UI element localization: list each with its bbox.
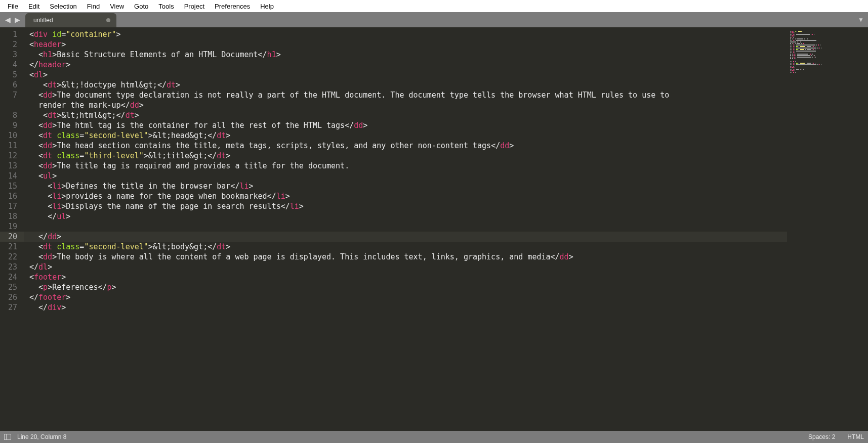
statusbar: Line 20, Column 8 Spaces: 2 HTML: [0, 431, 868, 443]
code-line[interactable]: render the mark-up</dd>: [24, 100, 787, 110]
code-line[interactable]: <dd>The head section contains the title,…: [24, 141, 787, 151]
code-line[interactable]: <footer>: [24, 272, 787, 282]
menu-preferences[interactable]: Preferences: [210, 1, 255, 12]
tab-dirty-icon: [106, 18, 110, 22]
code-line[interactable]: <dt>&lt;!doctype html&gt;</dt>: [24, 80, 787, 90]
code-area[interactable]: <div id="container"><header> <h1>Basic S…: [24, 27, 787, 431]
tab-title: untitled: [33, 17, 53, 24]
code-line[interactable]: <dl>: [24, 70, 787, 80]
status-indentation[interactable]: Spaces: 2: [808, 433, 835, 440]
menu-help[interactable]: Help: [255, 1, 279, 12]
menu-view[interactable]: View: [105, 1, 129, 12]
code-line[interactable]: <dt class="second-level">&lt;body&gt;</d…: [24, 242, 787, 252]
code-line[interactable]: <dt class="third-level">&lt;title&gt;</d…: [24, 151, 787, 161]
tab-nav-arrows: ◀ ▶: [0, 12, 25, 27]
tab-untitled[interactable]: untitled: [25, 13, 116, 27]
menu-goto[interactable]: Goto: [129, 1, 153, 12]
tab-overflow-icon[interactable]: ▼: [858, 16, 864, 23]
code-line[interactable]: <dd>The title tag is required and provid…: [24, 161, 787, 171]
code-line[interactable]: <li>Defines the title in the browser bar…: [24, 181, 787, 191]
status-syntax[interactable]: HTML: [847, 433, 864, 440]
tab-prev-icon[interactable]: ◀: [4, 16, 12, 24]
menu-edit[interactable]: Edit: [23, 1, 45, 12]
code-line[interactable]: <div id="container">: [24, 29, 787, 39]
code-line[interactable]: </header>: [24, 60, 787, 70]
panel-toggle-icon[interactable]: [4, 434, 11, 440]
menu-selection[interactable]: Selection: [45, 1, 81, 12]
tab-next-icon[interactable]: ▶: [14, 16, 21, 24]
gutter: 1234567891011121314151617181920212223242…: [0, 27, 24, 431]
code-line[interactable]: <dd>The body is where all the content of…: [24, 252, 787, 262]
editor: 1234567891011121314151617181920212223242…: [0, 27, 868, 431]
code-line[interactable]: <dt>&lt;html&gt;</dt>: [24, 110, 787, 120]
code-line[interactable]: [24, 222, 787, 232]
menu-project[interactable]: Project: [179, 1, 210, 12]
menu-file[interactable]: File: [3, 1, 23, 12]
code-line[interactable]: </ul>: [24, 211, 787, 222]
minimap[interactable]: [787, 27, 868, 431]
code-line[interactable]: <li>provides a name for the page when bo…: [24, 191, 787, 201]
code-line[interactable]: <p>References</p>: [24, 282, 787, 292]
status-position[interactable]: Line 20, Column 8: [17, 433, 66, 440]
code-line[interactable]: <dt class="second-level">&lt;head&gt;</d…: [24, 130, 787, 141]
menubar: FileEditSelectionFindViewGotoToolsProjec…: [0, 0, 868, 12]
code-line[interactable]: <header>: [24, 39, 787, 50]
code-line[interactable]: <h1>Basic Structure Elements of an HTML …: [24, 50, 787, 60]
tab-bar: ◀ ▶ untitled ▼: [0, 12, 868, 27]
code-line[interactable]: <dd>The document type declaration is not…: [24, 90, 787, 100]
code-line[interactable]: <li>Displays the name of the page in sea…: [24, 201, 787, 211]
menu-tools[interactable]: Tools: [153, 1, 179, 12]
menu-find[interactable]: Find: [82, 1, 105, 12]
code-line[interactable]: <dd>The html tag is the container for al…: [24, 120, 787, 130]
code-line[interactable]: </div>: [24, 302, 787, 313]
code-line[interactable]: </footer>: [24, 292, 787, 302]
code-line[interactable]: <ul>: [24, 171, 787, 181]
code-line[interactable]: </dd>: [24, 232, 787, 242]
code-line[interactable]: </dl>: [24, 262, 787, 272]
